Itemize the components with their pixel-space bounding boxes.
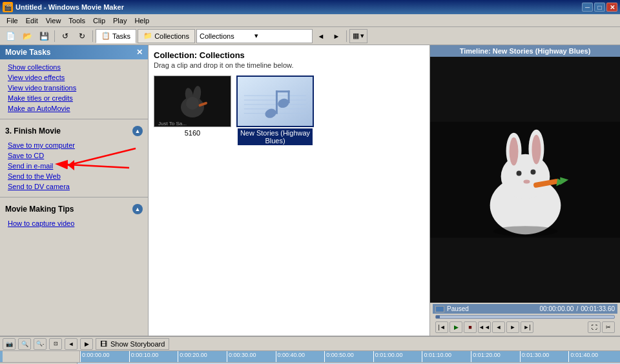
menu-view[interactable]: View	[42, 15, 65, 26]
menu-play[interactable]: Play	[109, 15, 130, 26]
timeline-toolbar: 📷 🔍 🔍- ⊡ ◄ ▶ 🎞 Show Storyboard	[0, 337, 620, 351]
fullscreen-button[interactable]: ⛶	[588, 321, 601, 333]
timeline-area: 📷 🔍 🔍- ⊡ ◄ ▶ 🎞 Show Storyboard 0:00:00.0…	[0, 336, 620, 364]
preview-title: Timeline: New Stories (Highway Blues)	[430, 45, 620, 57]
toolbar: 📄 📂 💾 ↺ ↻ 📋 Tasks 📁 Collections Collecti…	[0, 27, 620, 45]
ruler-mark-1: 0:00:10.00	[129, 351, 178, 362]
make-auto-movie-link[interactable]: Make an AutoMovie	[0, 103, 148, 114]
grid-icon: ▦	[353, 32, 359, 40]
forward-button[interactable]: ►	[506, 321, 519, 333]
timeline-prev-button[interactable]: ◄	[65, 338, 78, 350]
movie-tips-collapse[interactable]: ▲	[132, 204, 143, 214]
send-to-web-link[interactable]: Send to the Web	[0, 171, 148, 181]
timeline-fit-button[interactable]: ⊡	[49, 338, 62, 350]
item-5160-thumb: Just To Sa...	[154, 76, 231, 127]
ruler-mark-2: 0:00:20.00	[178, 351, 227, 362]
svg-point-25	[517, 171, 522, 176]
menu-edit[interactable]: Edit	[22, 15, 42, 26]
item-5160-label: 5160	[182, 128, 203, 137]
title-bar: 🎬 Untitled - Windows Movie Maker ─ □ ✕	[0, 0, 620, 14]
save-to-computer-link[interactable]: Save to my computer	[0, 140, 148, 150]
music-note-bg	[238, 77, 313, 126]
maximize-button[interactable]: □	[594, 3, 605, 12]
collection-item-highway[interactable]: New Stories (HighwayBlues)	[236, 76, 314, 145]
paused-status: Paused	[447, 305, 469, 312]
collection-item-5160[interactable]: Just To Sa... 5160	[154, 76, 231, 145]
menu-help[interactable]: Help	[130, 15, 153, 26]
send-to-dv-camera-link[interactable]: Send to DV camera	[0, 181, 148, 192]
status-icon	[435, 306, 444, 312]
item-highway-thumb	[236, 76, 314, 127]
ruler-mark-5: 0:00:50.00	[324, 351, 373, 362]
svg-rect-14	[276, 90, 278, 114]
sidebar: Movie Tasks ✕ Show collections View vide…	[0, 45, 149, 336]
sidebar-header: Movie Tasks ✕	[0, 45, 148, 59]
back-button[interactable]: ◄	[492, 321, 505, 333]
movie-tips-section: Movie Making Tips ▲	[0, 200, 148, 216]
next-frame-button[interactable]: ►|	[521, 321, 533, 333]
timeline-zoom-capture[interactable]: 📷	[3, 338, 16, 350]
ruler-mark-7: 0:01:10.00	[422, 351, 471, 362]
timeline-zoom-out-button[interactable]: 🔍-	[34, 338, 46, 350]
nav-forward-button[interactable]: ►	[329, 29, 344, 43]
svg-point-26	[530, 170, 535, 175]
tasks-tab[interactable]: 📋 Tasks	[96, 29, 136, 43]
show-collections-link[interactable]: Show collections	[0, 62, 148, 72]
minimize-button[interactable]: ─	[582, 3, 593, 12]
save-button[interactable]: 💾	[36, 29, 52, 43]
svg-text:Just To Sa...: Just To Sa...	[158, 121, 187, 126]
undo-button[interactable]: ↺	[57, 29, 73, 43]
ruler-marks: 0:00:00.00 0:00:10.00 0:00:20.00 0:00:30…	[80, 351, 617, 362]
item-highway-label: New Stories (HighwayBlues)	[238, 128, 313, 145]
svg-point-4	[186, 97, 199, 110]
svg-rect-15	[276, 90, 290, 92]
menu-clip[interactable]: Clip	[89, 15, 109, 26]
collections-tab[interactable]: 📁 Collections	[138, 29, 195, 43]
redo-button[interactable]: ↻	[74, 29, 90, 43]
separator-1	[54, 30, 55, 42]
ruler-mark-3: 0:00:30.00	[227, 351, 276, 362]
music-note-svg	[238, 76, 313, 126]
view-video-transitions-link[interactable]: View video transitions	[0, 83, 148, 93]
preview-controls: Paused 00:00:00.00 / 00:01:33.60 |◄ ▶ ■ …	[430, 303, 620, 336]
seek-bar[interactable]	[435, 315, 615, 319]
sidebar-section-collections: Show collections View video effects View…	[0, 59, 148, 116]
title-text: Untitled - Windows Movie Maker	[16, 3, 582, 11]
open-button[interactable]: 📂	[19, 29, 35, 43]
prev-frame-button[interactable]: |◄	[435, 321, 448, 333]
send-email-link[interactable]: Send in e-mail	[0, 161, 148, 171]
finish-movie-collapse[interactable]: ▲	[132, 126, 143, 136]
finish-movie-links: Save to my computer Save to CD Send in e…	[0, 137, 148, 194]
stop-button[interactable]: ■	[464, 321, 477, 333]
split-button[interactable]: ✂	[602, 321, 615, 333]
collections-dropdown[interactable]: Collections ▾	[196, 29, 313, 43]
view-video-effects-link[interactable]: View video effects	[0, 72, 148, 83]
save-to-cd-link[interactable]: Save to CD	[0, 150, 148, 161]
timeline-play-button[interactable]: ▶	[80, 338, 93, 350]
menu-tools[interactable]: Tools	[65, 15, 89, 26]
timeline-ruler: 0:00:00.00 0:00:10.00 0:00:20.00 0:00:30…	[0, 351, 620, 363]
view-grid-button[interactable]: ▦ ▾	[349, 29, 367, 43]
ruler-label-spacer	[3, 351, 80, 362]
menu-file[interactable]: File	[3, 15, 22, 26]
play-button[interactable]: ▶	[450, 321, 462, 333]
preview-btn-row: |◄ ▶ ■ ◄◄ ◄ ► ►| ⛶ ✂	[433, 320, 617, 334]
grid-arrow-icon: ▾	[360, 32, 364, 40]
ruler-mark-0: 0:00:00.00	[80, 351, 129, 362]
ruler-mark-10: 0:01:40.00	[568, 351, 617, 362]
close-button[interactable]: ✕	[606, 3, 617, 12]
collection-items: Just To Sa... 5160	[154, 76, 424, 145]
nav-back-button[interactable]: ◄	[314, 29, 328, 43]
preview-panel: Timeline: New Stories (Highway Blues)	[429, 45, 620, 336]
timeline-zoom-in-button[interactable]: 🔍	[18, 338, 31, 350]
new-button[interactable]: 📄	[3, 29, 18, 43]
sidebar-close-button[interactable]: ✕	[136, 48, 143, 57]
rewind-button[interactable]: ◄◄	[478, 321, 491, 333]
storyboard-button[interactable]: 🎞 Show Storyboard	[96, 338, 169, 350]
how-to-capture-link[interactable]: How to capture video	[0, 218, 148, 228]
make-titles-credits-link[interactable]: Make titles or credits	[0, 93, 148, 103]
ruler-mark-8: 0:01:20.00	[471, 351, 520, 362]
preview-status-bar: Paused 00:00:00.00 / 00:01:33.60	[433, 304, 617, 314]
collection-title: Collection: Collections	[154, 50, 424, 60]
ruler-mark-4: 0:00:40.00	[276, 351, 325, 362]
